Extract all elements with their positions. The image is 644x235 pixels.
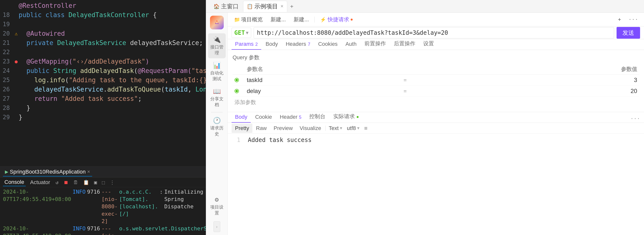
req-tab-params[interactable]: Params 2 bbox=[232, 39, 261, 50]
req-tab-headers[interactable]: Headers 7 bbox=[282, 39, 314, 50]
param-name-delay[interactable]: delay bbox=[245, 86, 400, 97]
apifox-toolbar: 📁 项目概览 新建... 新建... ⚡ 快捷请求 + bbox=[228, 13, 644, 26]
response-format-bar: Pretty Raw Preview Visualize Text ▼ utf8… bbox=[228, 123, 644, 134]
code-line: 18 public class DelayedTaskController { bbox=[0, 10, 206, 19]
filter-btn[interactable]: ▣ bbox=[93, 179, 98, 186]
wrap-btn[interactable]: ⬚ bbox=[101, 179, 106, 186]
add-tab-btn[interactable]: + bbox=[288, 2, 295, 10]
param-checkbox-delay[interactable] bbox=[234, 89, 239, 93]
run-tab-label: SpringBoot310RedisApplication bbox=[10, 169, 86, 175]
code-line: 27 return "Added task success"; bbox=[0, 94, 206, 103]
stop-btn[interactable]: ⏹ bbox=[62, 179, 69, 186]
req-tab-post[interactable]: 后置操作 bbox=[390, 38, 419, 50]
resp-console-label: 控制台 bbox=[309, 113, 326, 119]
calendar-btn[interactable]: 🗓 bbox=[72, 179, 79, 186]
sidebar-history-label: 请求历史 bbox=[209, 125, 225, 137]
headers-tab-label: Headers bbox=[286, 41, 306, 47]
resp-tab-cookie[interactable]: Cookie bbox=[252, 112, 275, 123]
param-name-taskid[interactable]: taskId bbox=[245, 75, 400, 86]
req-tab-auth[interactable]: Auth bbox=[342, 39, 360, 50]
param-checkbox-taskid[interactable] bbox=[234, 78, 239, 82]
editor-panel: @RestController 18 public class DelayedT… bbox=[0, 0, 206, 235]
fmt-wrap-btn[interactable]: ≡ bbox=[362, 125, 369, 131]
run-tab-bar: ▶ SpringBoot310RedisApplication ✕ bbox=[0, 167, 206, 178]
sidebar-item-automation[interactable]: 📊 自动化测试 bbox=[208, 59, 226, 84]
more-toolbar-btn[interactable]: ··· bbox=[626, 15, 640, 23]
sidebar-collapse-btn[interactable]: › bbox=[214, 221, 220, 232]
params-tab-label: Params bbox=[235, 41, 254, 47]
req-tab-settings[interactable]: 设置 bbox=[420, 38, 438, 50]
params-badge: 2 bbox=[254, 42, 258, 47]
new2-label: 新建... bbox=[294, 16, 309, 23]
add-param-btn[interactable]: 添加参数 bbox=[232, 97, 639, 108]
request-tabs: Params 2 Body Headers 7 Cookies Auth 前置操… bbox=[228, 39, 644, 50]
pre-tab-label: 前置操作 bbox=[364, 40, 386, 46]
sidebar-item-settings[interactable]: ⚙ 项目设置 bbox=[208, 193, 226, 218]
apifox-main-content: 📁 项目概览 新建... 新建... ⚡ 快捷请求 + bbox=[228, 13, 644, 235]
run-tab-springboot[interactable]: ▶ SpringBoot310RedisApplication ✕ bbox=[3, 168, 92, 177]
sidebar-automation-label: 自动化测试 bbox=[209, 70, 225, 82]
param-value-delay[interactable]: 20 bbox=[484, 86, 639, 97]
add-toolbar-btn[interactable]: + bbox=[615, 15, 624, 24]
method-selector[interactable]: GET ▼ bbox=[232, 28, 251, 38]
log-line: 2024-10-07T17:49:55.419+08:00 INFO 9716 … bbox=[3, 188, 203, 225]
svg-point-1 bbox=[216, 21, 218, 23]
apifox-main-window-tab[interactable]: 🏠 主窗口 bbox=[210, 1, 242, 12]
resp-tab-header[interactable]: Header 5 bbox=[276, 112, 305, 123]
fmt-pretty-btn[interactable]: Pretty bbox=[232, 124, 252, 133]
resp-tab-actual[interactable]: 实际请求 ● bbox=[330, 112, 362, 123]
param-row-taskid: taskId = 3 bbox=[232, 75, 639, 86]
more-console-btn[interactable]: ⋮ bbox=[109, 179, 116, 186]
req-tab-body[interactable]: Body bbox=[262, 39, 281, 50]
quick-request-btn[interactable]: ⚡ 快捷请求 bbox=[318, 14, 355, 25]
sidebar-item-history[interactable]: 🕐 请求历史 bbox=[208, 114, 226, 139]
resp-tab-body[interactable]: Body bbox=[232, 112, 251, 123]
param-check-delay bbox=[234, 89, 243, 93]
overview-icon: 📁 bbox=[234, 17, 240, 22]
resp-body-content: Added task success bbox=[248, 137, 312, 143]
new-btn-2[interactable]: 新建... bbox=[291, 14, 311, 25]
sidebar-docs-label: 分享文档 bbox=[209, 96, 225, 108]
add-icon: + bbox=[618, 16, 621, 23]
send-button[interactable]: 发送 bbox=[616, 27, 640, 39]
cookies-tab-label: Cookies bbox=[318, 41, 338, 47]
response-more-btn[interactable]: ··· bbox=[630, 116, 640, 122]
history-icon: 🕐 bbox=[213, 117, 221, 124]
apifox-body: 🔌 接口管理 📊 自动化测试 📖 分享文档 🕐 请求历史 bbox=[206, 13, 644, 235]
run-tab-close-btn[interactable]: ✕ bbox=[87, 169, 90, 174]
fmt-visualize-btn[interactable]: Visualize bbox=[296, 124, 325, 133]
param-value-taskid[interactable]: 3 bbox=[484, 75, 639, 86]
automation-icon: 📊 bbox=[213, 62, 221, 69]
actuator-tab[interactable]: Actuator bbox=[29, 179, 52, 186]
bottom-panel: ▶ SpringBoot310RedisApplication ✕ Consol… bbox=[0, 167, 206, 235]
params-col-name: 参数名 bbox=[245, 64, 400, 75]
refresh-btn[interactable]: ↺ bbox=[55, 179, 60, 186]
fmt-raw-btn[interactable]: Raw bbox=[252, 124, 270, 133]
code-line: 28 } bbox=[0, 103, 206, 113]
method-chevron-icon: ▼ bbox=[246, 30, 248, 35]
main-window-label: 主窗口 bbox=[221, 2, 239, 10]
url-input[interactable] bbox=[254, 27, 614, 38]
fmt-type-select[interactable]: Text ▼ bbox=[327, 125, 345, 131]
fmt-preview-btn[interactable]: Preview bbox=[270, 124, 296, 133]
query-params-area: Query 参数 参数名 参数值 bbox=[228, 50, 644, 112]
req-tab-cookies[interactable]: Cookies bbox=[315, 39, 341, 50]
sidebar-item-interface[interactable]: 🔌 接口管理 bbox=[208, 33, 226, 58]
sidebar-item-docs[interactable]: 📖 分享文档 bbox=[208, 85, 226, 110]
params-col-check bbox=[232, 64, 245, 75]
fmt-encoding-select[interactable]: utf8 ▼ bbox=[345, 125, 362, 131]
interface-icon: 🔌 bbox=[213, 36, 221, 43]
project-overview-btn[interactable]: 📁 项目概览 bbox=[232, 14, 265, 25]
apifox-tab-bar: 🏠 主窗口 📋 示例项目 ✕ + bbox=[206, 0, 644, 13]
demo-tab-close-btn[interactable]: ✕ bbox=[280, 4, 284, 8]
req-tab-pre[interactable]: 前置操作 bbox=[361, 38, 390, 50]
apifox-demo-tab[interactable]: 📋 示例项目 ✕ bbox=[243, 1, 287, 12]
demo-tab-label: 示例项目 bbox=[254, 2, 278, 10]
new-btn-1[interactable]: 新建... bbox=[268, 14, 288, 25]
copy-btn[interactable]: 📋 bbox=[82, 179, 90, 186]
settings-icon: ⚙ bbox=[215, 196, 219, 203]
console-tab[interactable]: Console bbox=[3, 179, 26, 186]
sidebar-settings-label: 项目设置 bbox=[209, 204, 225, 216]
code-line: 25 log.info("Adding task to the queue, t… bbox=[0, 75, 206, 85]
resp-tab-console[interactable]: 控制台 bbox=[306, 112, 329, 123]
